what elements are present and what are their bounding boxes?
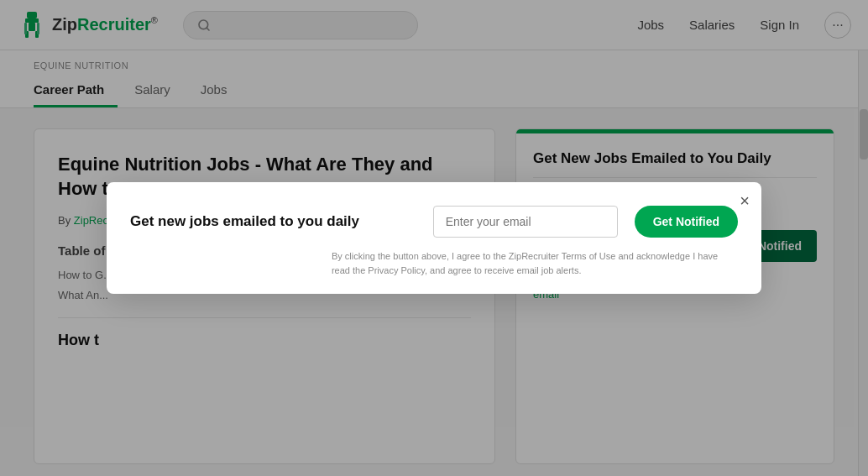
popup: × Get new jobs emailed to you daily Get …: [107, 182, 761, 294]
popup-body: Get new jobs emailed to you daily Get No…: [130, 206, 738, 238]
popup-get-notified-button[interactable]: Get Notified: [635, 206, 738, 238]
popup-disclaimer: By clicking the button above, I agree to…: [332, 249, 738, 277]
overlay: × Get new jobs emailed to you daily Get …: [0, 0, 868, 476]
popup-close-button[interactable]: ×: [740, 192, 750, 209]
popup-label: Get new jobs emailed to you daily: [130, 213, 416, 230]
popup-email-input[interactable]: [433, 206, 618, 238]
